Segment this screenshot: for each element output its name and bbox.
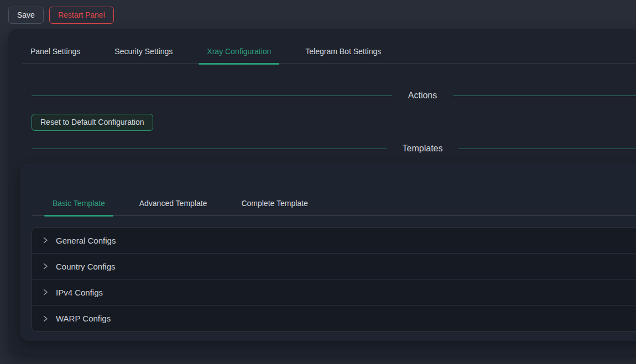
restart-panel-button[interactable]: Restart Panel — [49, 7, 114, 24]
templates-divider: Templates — [32, 143, 636, 155]
collapse-label: General Configs — [56, 236, 116, 245]
collapse-warp-configs[interactable]: WARP Configs — [32, 305, 636, 331]
template-tab-bar: Basic Template Advanced Template Complet… — [32, 192, 636, 216]
tab-complete-template[interactable]: Complete Template — [233, 192, 316, 215]
tab-advanced-template[interactable]: Advanced Template — [131, 192, 216, 215]
tab-basic-template[interactable]: Basic Template — [44, 192, 113, 215]
tab-telegram-bot-settings[interactable]: Telegram Bot Settings — [297, 40, 389, 64]
settings-card: Panel Settings Security Settings Xray Co… — [8, 29, 636, 354]
settings-tab-bar: Panel Settings Security Settings Xray Co… — [22, 40, 636, 64]
collapse-label: WARP Configs — [56, 314, 111, 323]
topbar: Save Restart Panel — [0, 0, 636, 29]
collapse-label: IPv4 Configs — [56, 288, 103, 297]
tab-security-settings[interactable]: Security Settings — [106, 40, 181, 64]
collapse-label: Country Configs — [56, 262, 116, 271]
tab-panel-settings[interactable]: Panel Settings — [22, 40, 88, 64]
tab-xray-configuration[interactable]: Xray Configuration — [199, 40, 279, 64]
collapse-ipv4-configs[interactable]: IPv4 Configs — [32, 279, 636, 305]
chevron-right-icon — [42, 237, 49, 244]
chevron-right-icon — [42, 289, 49, 296]
actions-divider-title: Actions — [392, 89, 453, 102]
chevron-right-icon — [42, 263, 49, 270]
config-collapse-list: General Configs Country Configs IPv4 Con… — [32, 227, 636, 332]
chevron-right-icon — [42, 315, 49, 322]
save-button[interactable]: Save — [8, 7, 44, 24]
reset-default-configuration-button[interactable]: Reset to Default Configuration — [32, 114, 153, 131]
collapse-country-configs[interactable]: Country Configs — [32, 254, 636, 279]
templates-divider-title: Templates — [387, 143, 459, 155]
collapse-general-configs[interactable]: General Configs — [32, 228, 636, 254]
actions-divider: Actions — [32, 89, 636, 102]
templates-card: Basic Template Advanced Template Complet… — [20, 163, 636, 341]
